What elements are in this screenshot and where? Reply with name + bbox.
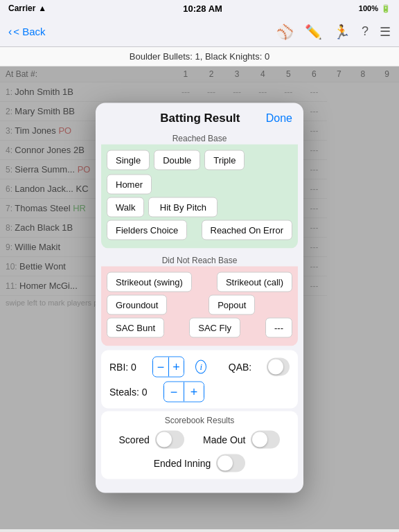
- reached-base-buttons: Single Double Triple Homer Walk Hit By P…: [101, 145, 298, 249]
- walk-button[interactable]: Walk: [107, 197, 144, 218]
- status-bar: Carrier ▲ 10:28 AM 100% 🔋: [0, 0, 399, 17]
- edit-icon: ✏️: [305, 24, 322, 40]
- scored-label: Scored: [119, 434, 150, 445]
- back-label: < Back: [13, 26, 45, 37]
- score-text: Boulder Bullets: 1, Black Knights: 0: [130, 51, 269, 62]
- wifi-icon: ▲: [38, 3, 46, 13]
- modal-header: Batting Result Done: [96, 103, 303, 131]
- more-button[interactable]: ---: [265, 318, 292, 338]
- reached-row-3: Fielders Choice Reached On Error: [107, 220, 292, 240]
- time-label: 10:28 AM: [183, 3, 222, 14]
- back-button[interactable]: ‹ < Back: [8, 26, 46, 38]
- battery-label: 100%: [359, 4, 378, 12]
- nav-bar: ‹ < Back ⚾ ✏️ 🏃 ? ☰: [0, 17, 399, 47]
- sac-fly-button[interactable]: SAC Fly: [189, 318, 240, 338]
- status-left: Carrier ▲: [8, 3, 46, 13]
- rbi-row: RBI: 0 − + i QAB:: [109, 355, 290, 380]
- status-right: 100% 🔋: [359, 4, 391, 13]
- homer-button[interactable]: Homer: [107, 175, 152, 195]
- scorebook-row-1: Scored Made Out: [109, 428, 290, 452]
- qab-toggle[interactable]: [267, 358, 290, 376]
- double-button[interactable]: Double: [154, 150, 200, 170]
- steals-row: Steals: 0 − +: [109, 380, 290, 405]
- sac-bunt-button[interactable]: SAC Bunt: [107, 318, 164, 338]
- not-reached-row-1: Strikeout (swing) Strikeout (call): [107, 272, 292, 292]
- not-reached-row-3: SAC Bunt SAC Fly ---: [107, 318, 292, 338]
- not-reached-row-2: Groundout Popout: [107, 295, 292, 315]
- score-banner: Boulder Bullets: 1, Black Knights: 0: [0, 47, 399, 66]
- battery-icon: 🔋: [381, 4, 391, 13]
- done-button[interactable]: Done: [266, 112, 292, 125]
- menu-icon[interactable]: ☰: [380, 24, 391, 39]
- did-not-reach-buttons: Strikeout (swing) Strikeout (call) Groun…: [101, 267, 298, 346]
- steals-decrement-button[interactable]: −: [164, 382, 184, 402]
- reached-base-label: Reached Base: [101, 131, 298, 145]
- ended-inning-toggle[interactable]: [216, 454, 245, 472]
- chevron-left-icon: ‹: [8, 26, 12, 38]
- player-icon: 🏃: [333, 24, 351, 40]
- fielders-choice-button[interactable]: Fielders Choice: [107, 220, 187, 240]
- nav-icons: ⚾ ✏️ 🏃 ? ☰: [276, 24, 391, 40]
- steals-label: Steals: 0: [109, 387, 158, 398]
- scored-item: Scored: [119, 431, 184, 449]
- rbi-label: RBI: 0: [109, 362, 147, 373]
- single-button[interactable]: Single: [107, 150, 150, 170]
- reached-row-1: Single Double Triple Homer: [107, 150, 292, 195]
- rbi-increment-button[interactable]: +: [169, 357, 184, 377]
- scorebook-section: Scorebook Results Scored Made Out Ended …: [101, 411, 298, 479]
- rbi-stepper: − +: [152, 357, 184, 378]
- scorebook-title: Scorebook Results: [109, 416, 290, 428]
- scored-toggle[interactable]: [155, 431, 184, 449]
- made-out-item: Made Out: [203, 431, 280, 449]
- steals-stepper: − +: [163, 382, 204, 402]
- carrier-label: Carrier: [8, 3, 35, 13]
- popout-button[interactable]: Popout: [209, 295, 255, 315]
- question-icon[interactable]: ?: [362, 24, 369, 39]
- triple-button[interactable]: Triple: [204, 150, 245, 170]
- baseball-icon: ⚾: [276, 24, 294, 40]
- stats-section: RBI: 0 − + i QAB: Steals: 0 − +: [101, 351, 298, 409]
- groundout-button[interactable]: Groundout: [107, 295, 167, 315]
- steals-increment-button[interactable]: +: [184, 382, 204, 402]
- batting-result-modal: Batting Result Done Reached Base Single …: [96, 103, 303, 493]
- modal-title: Batting Result: [134, 112, 266, 125]
- reached-row-2: Walk Hit By Pitch: [107, 197, 292, 218]
- hit-by-pitch-button[interactable]: Hit By Pitch: [148, 197, 218, 218]
- rbi-decrement-button[interactable]: −: [153, 357, 168, 377]
- made-out-label: Made Out: [203, 434, 245, 445]
- did-not-reach-section: Did Not Reach Base Strikeout (swing) Str…: [101, 253, 298, 346]
- strikeout-swing-button[interactable]: Strikeout (swing): [107, 272, 192, 292]
- ended-inning-row: Ended Inning: [109, 452, 290, 475]
- made-out-toggle[interactable]: [251, 431, 280, 449]
- reached-on-error-button[interactable]: Reached On Error: [202, 220, 293, 240]
- ended-inning-label: Ended Inning: [154, 458, 211, 469]
- qab-label: QAB:: [229, 362, 251, 373]
- info-icon[interactable]: i: [195, 360, 206, 374]
- did-not-reach-label: Did Not Reach Base: [101, 253, 298, 267]
- reached-base-section: Reached Base Single Double Triple Homer …: [101, 131, 298, 249]
- strikeout-call-button[interactable]: Strikeout (call): [217, 272, 292, 292]
